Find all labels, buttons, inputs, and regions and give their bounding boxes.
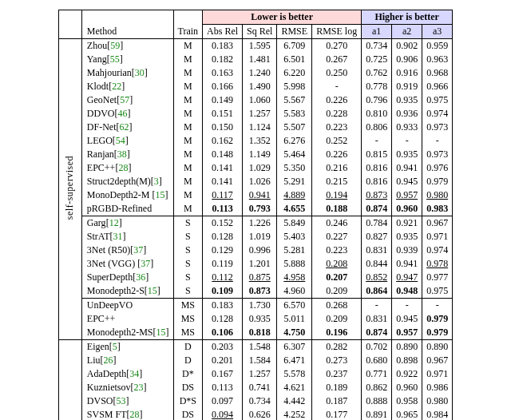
- citation-link[interactable]: 36: [136, 271, 145, 283]
- citation-link[interactable]: 28: [130, 409, 140, 420]
- cell-value: 0.183: [203, 299, 243, 313]
- cell-value: 0.816: [362, 175, 392, 188]
- cell-train: M: [173, 39, 203, 53]
- cell-value: 0.207: [312, 271, 362, 284]
- cell-value: 6.276: [277, 134, 312, 148]
- table-row: GeoNet[57]M0.1491.0605.5670.2260.7960.93…: [58, 93, 452, 107]
- citation-link[interactable]: 15: [156, 189, 165, 200]
- cell-value: 0.270: [312, 39, 362, 53]
- cell-train: M: [173, 66, 203, 80]
- cell-value: 1.029: [243, 161, 277, 175]
- col-sq-rel: Sq Rel: [243, 25, 277, 39]
- col-abs-rel: Abs Rel: [203, 25, 243, 39]
- cell-value: 4.442: [277, 394, 312, 408]
- cell-value: 0.228: [312, 107, 362, 121]
- cell-train: M: [173, 202, 203, 216]
- citation-link[interactable]: 54: [116, 135, 125, 146]
- citation-link[interactable]: 22: [112, 81, 121, 92]
- table-row: EPC++MS0.1280.9355.0110.2090.8310.9450.9…: [58, 312, 452, 326]
- citation-link[interactable]: 38: [117, 149, 127, 160]
- cell-method: Ranjan[38]: [81, 148, 173, 161]
- cell-value: 5.888: [277, 257, 312, 271]
- cell-value: 6.570: [277, 299, 312, 313]
- cell-value: 0.941: [392, 257, 422, 271]
- cell-value: 1.481: [243, 53, 277, 66]
- cell-value: 0.975: [422, 284, 453, 299]
- citation-link[interactable]: 59: [110, 40, 120, 51]
- citation-link[interactable]: 5: [113, 341, 117, 352]
- cell-train: M: [173, 175, 203, 188]
- cell-value: 0.874: [362, 202, 392, 216]
- table-row: SuperDepth[36]S0.1120.8754.9580.2070.852…: [58, 271, 452, 284]
- citation-link[interactable]: 31: [113, 231, 123, 242]
- cell-value: 4.655: [277, 202, 312, 216]
- citation-link[interactable]: 34: [129, 368, 139, 379]
- cell-value: 0.151: [203, 107, 243, 121]
- cell-value: 0.974: [422, 107, 453, 121]
- cell-value: 1.201: [243, 257, 277, 271]
- citation-link[interactable]: 53: [117, 395, 126, 406]
- cell-train: S: [173, 216, 203, 231]
- cell-value: 0.810: [362, 107, 392, 121]
- citation-link[interactable]: 15: [148, 285, 157, 296]
- cell-value: 0.933: [392, 121, 422, 134]
- cell-value: 0.968: [422, 66, 453, 80]
- cell-train: S: [173, 244, 203, 257]
- cell-value: 1.595: [243, 39, 277, 53]
- cell-value: 0.986: [422, 381, 453, 394]
- table-row: Ranjan[38]M0.1481.1495.4640.2260.8150.93…: [58, 148, 452, 161]
- cell-method: EPC++: [81, 312, 173, 326]
- citation-link[interactable]: 55: [110, 53, 120, 65]
- citation-link[interactable]: 57: [120, 94, 129, 105]
- cell-value: 0.268: [312, 299, 362, 313]
- citation-link[interactable]: 12: [109, 217, 119, 228]
- table-row: LEGO[54]M0.1621.3526.2760.252---: [58, 134, 452, 148]
- table-row: UnDeepVOMS0.1831.7306.5700.268---: [58, 299, 452, 313]
- citation-link[interactable]: 37: [133, 244, 143, 256]
- table-row: Eigen[5]D0.2031.5486.3070.2820.7020.8900…: [58, 340, 452, 355]
- cell-value: 0.216: [312, 161, 362, 175]
- cell-method: Monodepth2-S[15]: [81, 284, 173, 299]
- cell-value: 0.888: [362, 394, 392, 408]
- cell-value: 0.177: [312, 408, 362, 420]
- table-row: Garg[12]S0.1521.2265.8490.2460.7840.9210…: [58, 216, 452, 231]
- table-row: pRGBD-RefinedM0.1130.7934.6550.1880.8740…: [58, 202, 452, 216]
- cell-value: 0.898: [392, 354, 422, 367]
- cell-train: M: [173, 148, 203, 161]
- cell-value: 0.762: [362, 66, 392, 80]
- cell-value: 0.963: [422, 53, 453, 66]
- citation-link[interactable]: 62: [120, 121, 129, 133]
- citation-link[interactable]: 28: [118, 162, 128, 173]
- cell-train: MS: [173, 312, 203, 326]
- cell-value: -: [392, 134, 422, 148]
- cell-value: 0.113: [203, 202, 243, 216]
- citation-link[interactable]: 46: [118, 108, 128, 119]
- cell-value: 4.960: [277, 284, 312, 299]
- table-row: StrAT[31]S0.1281.0195.4030.2270.8270.935…: [58, 230, 452, 244]
- table-row: SVSM FT[28]DS0.0940.6264.2520.1770.8910.…: [58, 408, 452, 420]
- citation-link[interactable]: 15: [156, 327, 166, 338]
- cell-value: 4.252: [277, 408, 312, 420]
- table-row: Monodepth2-MS[15]MS0.1060.8184.7500.1960…: [58, 326, 452, 340]
- citation-link[interactable]: 30: [135, 67, 145, 78]
- cell-value: 0.875: [243, 271, 277, 284]
- cell-value: 4.621: [277, 381, 312, 394]
- cell-method: SuperDepth[36]: [81, 271, 173, 284]
- cell-value: 0.983: [422, 202, 453, 216]
- cell-train: M: [173, 161, 203, 175]
- citation-link[interactable]: 26: [104, 355, 113, 366]
- citation-link[interactable]: 37: [141, 258, 150, 269]
- cell-method: EPC++[28]: [81, 161, 173, 175]
- cell-value: 0.959: [422, 39, 453, 53]
- citation-link[interactable]: 23: [134, 382, 144, 393]
- cell-value: 0.941: [392, 161, 422, 175]
- citation-link[interactable]: 3: [154, 176, 159, 187]
- cell-value: 0.916: [392, 66, 422, 80]
- cell-method: Monodepth2-MS[15]: [81, 326, 173, 340]
- cell-train: M: [173, 121, 203, 134]
- cell-value: 0.680: [362, 354, 392, 367]
- cell-method: LEGO[54]: [81, 134, 173, 148]
- cell-value: 0.948: [392, 284, 422, 299]
- cell-value: 0.267: [312, 53, 362, 66]
- col-rmse-log: RMSE log: [312, 25, 362, 39]
